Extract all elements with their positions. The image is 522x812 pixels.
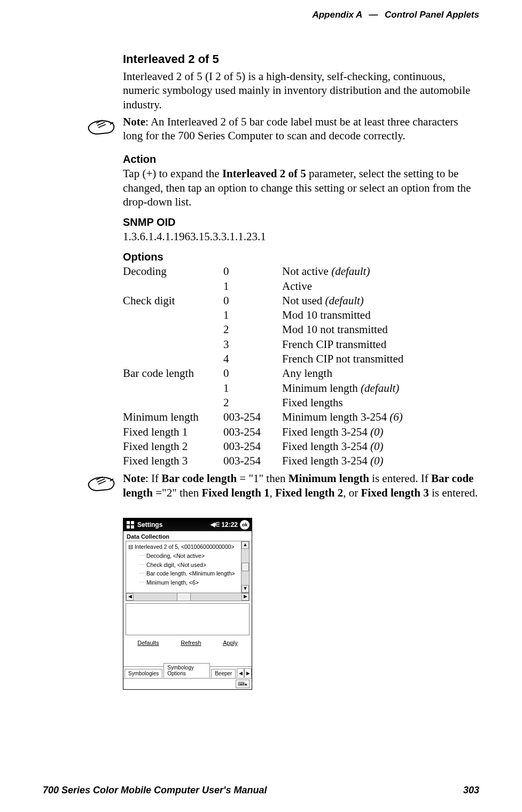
option-code: 1 bbox=[223, 308, 282, 322]
option-name: Decoding bbox=[123, 264, 223, 279]
snmp-heading: SNMP OID bbox=[123, 216, 478, 228]
option-name: Fixed length 3 bbox=[123, 454, 223, 468]
defaults-link[interactable]: Defaults bbox=[137, 640, 159, 646]
tree-view[interactable]: Interleaved 2 of 5, <001006000000000> De… bbox=[126, 541, 250, 593]
options-row: Bar code length0Any length bbox=[123, 366, 413, 381]
option-code: 2 bbox=[223, 396, 282, 410]
option-code: 1 bbox=[223, 381, 282, 396]
option-desc: Active bbox=[282, 279, 413, 294]
option-code: 2 bbox=[223, 322, 282, 337]
options-row: 1Active bbox=[123, 279, 413, 294]
option-name bbox=[123, 381, 223, 396]
tree-root[interactable]: Interleaved 2 of 5, <001006000000000> bbox=[128, 542, 240, 551]
tree-item[interactable]: Decoding, <Not active> bbox=[128, 551, 240, 561]
options-row: Minimum length003-254Minimum length 3-25… bbox=[123, 410, 413, 424]
snmp-oid: 1.3.6.1.4.1.1963.15.3.3.1.1.23.1 bbox=[123, 230, 478, 243]
option-name: Fixed length 1 bbox=[123, 425, 223, 439]
option-code: 0 bbox=[223, 264, 282, 279]
scroll-up-icon[interactable]: ▲ bbox=[241, 541, 249, 549]
option-desc: Fixed lengths bbox=[282, 396, 413, 410]
footer-page-number: 303 bbox=[463, 785, 479, 796]
scroll-down-icon[interactable]: ▼ bbox=[241, 585, 249, 593]
note-hand-icon bbox=[87, 472, 119, 494]
intro-paragraph: Interleaved 2 of 5 (I 2 of 5) is a high-… bbox=[123, 69, 478, 112]
options-row: 2Mod 10 not transmitted bbox=[123, 322, 413, 337]
scroll-thumb[interactable] bbox=[241, 563, 249, 571]
header-dash: — bbox=[364, 10, 382, 20]
option-name: Check digit bbox=[123, 294, 223, 308]
tab-symbology-options[interactable]: Symbology Options bbox=[163, 663, 210, 677]
svg-rect-0 bbox=[127, 521, 130, 524]
option-desc: Not active (default) bbox=[282, 264, 413, 279]
device-title-bar: Settings ◀∈ 12:22 ok bbox=[123, 518, 252, 531]
options-row: 2Fixed lengths bbox=[123, 396, 413, 410]
device-screenshot: Settings ◀∈ 12:22 ok Data Collection Int… bbox=[123, 518, 252, 690]
option-code: 003-254 bbox=[223, 439, 282, 454]
option-name: Minimum length bbox=[123, 410, 223, 424]
apply-link[interactable]: Apply bbox=[223, 640, 238, 646]
option-desc: French CIP transmitted bbox=[282, 337, 413, 352]
option-desc: French CIP not transmitted bbox=[282, 352, 413, 366]
windows-start-icon[interactable] bbox=[126, 520, 135, 530]
note-2-text: Note: If Bar code length = "1" then Mini… bbox=[123, 471, 478, 500]
tab-scroll-left-icon[interactable]: ◀ bbox=[237, 668, 244, 677]
note-1-label: Note bbox=[123, 115, 145, 128]
option-code: 0 bbox=[223, 294, 282, 308]
page-footer: 700 Series Color Mobile Computer User's … bbox=[43, 785, 479, 796]
keyboard-icon[interactable]: ⌨▴ bbox=[236, 680, 250, 688]
option-desc: Fixed length 3-254 (0) bbox=[282, 454, 413, 468]
note-1-text: Note: An Interleaved 2 of 5 bar code lab… bbox=[123, 115, 478, 143]
ok-button[interactable]: ok bbox=[240, 520, 250, 530]
options-row: Fixed length 3003-254Fixed length 3-254 … bbox=[123, 454, 413, 468]
tree-item[interactable]: Bar code length, <Minimum length> bbox=[128, 569, 240, 578]
options-row: 1Minimum length (default) bbox=[123, 381, 413, 396]
vertical-scrollbar[interactable]: ▲ ▼ bbox=[241, 541, 249, 593]
device-bottom-bar: ⌨▴ bbox=[123, 678, 252, 689]
footer-book-title: 700 Series Color Mobile Computer User's … bbox=[43, 785, 267, 796]
note-hand-icon bbox=[87, 116, 119, 137]
option-code: 3 bbox=[223, 337, 282, 352]
device-title: Settings bbox=[137, 521, 162, 529]
device-time[interactable]: 12:22 bbox=[221, 521, 238, 529]
tab-scroll-right-icon[interactable]: ▶ bbox=[244, 668, 252, 677]
tab-symbologies[interactable]: Symbologies bbox=[124, 669, 162, 677]
option-desc: Mod 10 transmitted bbox=[282, 308, 413, 322]
note-2: Note: If Bar code length = "1" then Mini… bbox=[44, 471, 478, 503]
options-table: Decoding0Not active (default)1ActiveChec… bbox=[123, 264, 413, 468]
scroll-left-icon[interactable]: ◀ bbox=[126, 593, 134, 601]
option-code: 1 bbox=[223, 279, 282, 294]
page-content: Interleaved 2 of 5 Interleaved 2 of 5 (I… bbox=[0, 20, 522, 690]
action-heading: Action bbox=[123, 153, 478, 165]
horizontal-scrollbar[interactable]: ◀ ▶ bbox=[126, 593, 250, 601]
refresh-link[interactable]: Refresh bbox=[181, 640, 201, 646]
option-desc: Minimum length 3-254 (6) bbox=[282, 410, 413, 424]
tree-item[interactable]: Minimum length, <6> bbox=[128, 578, 240, 587]
options-row: Fixed length 1003-254Fixed length 3-254 … bbox=[123, 425, 413, 439]
page-header: Appendix A — Control Panel Applets bbox=[0, 0, 522, 20]
option-name bbox=[123, 352, 223, 366]
option-name: Bar code length bbox=[123, 366, 223, 381]
tab-beeper[interactable]: Beeper bbox=[211, 669, 236, 677]
action-text: Tap (+) to expand the Interleaved 2 of 5… bbox=[123, 167, 478, 209]
option-desc: Fixed length 3-254 (0) bbox=[282, 439, 413, 454]
hscroll-thumb[interactable] bbox=[177, 593, 191, 601]
device-tabs: Symbologies Symbology Options Beeper ◀ ▶ bbox=[123, 666, 252, 677]
options-row: 1Mod 10 transmitted bbox=[123, 308, 413, 322]
device-button-row: Defaults Refresh Apply bbox=[123, 635, 252, 648]
options-row: Fixed length 2003-254Fixed length 3-254 … bbox=[123, 439, 413, 454]
option-code: 003-254 bbox=[223, 454, 282, 468]
appendix-label: Appendix A bbox=[312, 10, 362, 20]
scroll-right-icon[interactable]: ▶ bbox=[241, 593, 249, 601]
option-code: 0 bbox=[223, 366, 282, 381]
svg-rect-2 bbox=[127, 525, 130, 529]
options-row: 4French CIP not transmitted bbox=[123, 352, 413, 366]
svg-rect-3 bbox=[131, 525, 134, 529]
speaker-icon[interactable]: ◀∈ bbox=[211, 521, 220, 528]
option-name bbox=[123, 322, 223, 337]
tree-item[interactable]: Check digit, <Not used> bbox=[128, 561, 240, 570]
option-name: Fixed length 2 bbox=[123, 439, 223, 454]
detail-panel bbox=[126, 603, 250, 635]
option-code: 4 bbox=[223, 352, 282, 366]
option-name bbox=[123, 337, 223, 352]
option-desc: Fixed length 3-254 (0) bbox=[282, 425, 413, 439]
